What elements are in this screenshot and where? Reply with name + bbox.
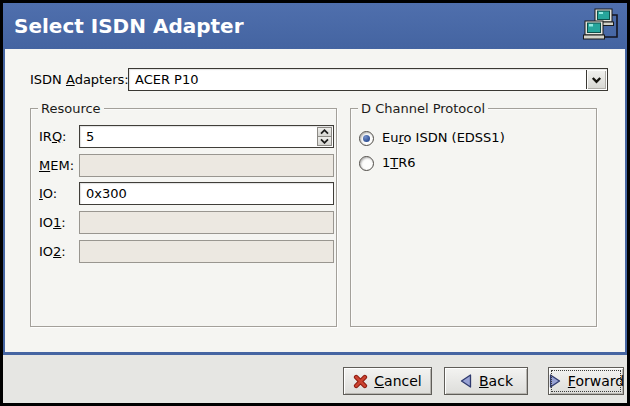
spin-down-icon xyxy=(320,138,329,144)
mem-label: MEM: xyxy=(39,154,74,177)
forward-button[interactable]: Forward xyxy=(548,367,624,395)
forward-button-label: Forward xyxy=(568,373,624,389)
radio-euro-isdn-label: Euro ISDN (EDSS1) xyxy=(382,130,505,146)
isdn-adapters-label: ISDN Adapters: xyxy=(30,68,129,91)
cancel-button[interactable]: Cancel xyxy=(343,367,432,395)
mem-field xyxy=(79,154,334,177)
titlebar[interactable]: Select ISDN Adapter xyxy=(3,3,627,49)
irq-input[interactable] xyxy=(81,127,315,146)
d-channel-protocol-groupbox: D Channel Protocol Euro ISDN (EDSS1) 1TR… xyxy=(350,108,597,327)
back-button[interactable]: Back xyxy=(444,367,528,395)
dialog-window: Select ISDN Adapter ISDN Adapters: ACER … xyxy=(0,0,630,406)
back-arrow-icon xyxy=(459,373,473,389)
cancel-button-label: Cancel xyxy=(374,373,421,389)
isdn-adapter-combobox[interactable]: ACER P10 xyxy=(128,68,608,91)
spin-up-icon xyxy=(320,129,329,135)
io-input[interactable] xyxy=(81,184,331,203)
resource-groupbox: Resource IRQ: MEM: IO: xyxy=(30,108,337,327)
radio-option-1tr6[interactable]: 1TR6 xyxy=(359,155,416,171)
combobox-value: ACER P10 xyxy=(135,69,199,90)
button-strip xyxy=(3,355,627,403)
spin-up-button[interactable] xyxy=(317,127,332,137)
io1-label: IO1: xyxy=(39,211,66,234)
radio-1tr6-label: 1TR6 xyxy=(382,155,416,171)
d-channel-protocol-group-title: D Channel Protocol xyxy=(358,100,488,117)
io1-field xyxy=(79,211,334,234)
io-label: IO: xyxy=(39,182,57,205)
radio-button[interactable] xyxy=(359,156,374,171)
dropdown-arrow-icon xyxy=(591,76,602,84)
cancel-x-icon xyxy=(353,374,368,389)
radio-option-euro-isdn[interactable]: Euro ISDN (EDSS1) xyxy=(359,130,505,146)
radio-button[interactable] xyxy=(359,131,374,146)
io2-label: IO2: xyxy=(39,240,66,263)
io2-field xyxy=(79,240,334,263)
irq-spinner xyxy=(317,127,332,146)
network-computers-icon xyxy=(582,7,620,45)
forward-arrow-icon xyxy=(548,373,562,389)
dialog-title: Select ISDN Adapter xyxy=(14,3,244,49)
io-field[interactable] xyxy=(79,182,334,205)
irq-label: IRQ: xyxy=(39,125,67,148)
irq-spinbutton[interactable] xyxy=(79,125,334,148)
spin-down-button[interactable] xyxy=(317,137,332,146)
resource-group-title: Resource xyxy=(38,100,104,117)
back-button-label: Back xyxy=(479,373,513,389)
dropdown-arrow-button[interactable] xyxy=(586,70,606,89)
